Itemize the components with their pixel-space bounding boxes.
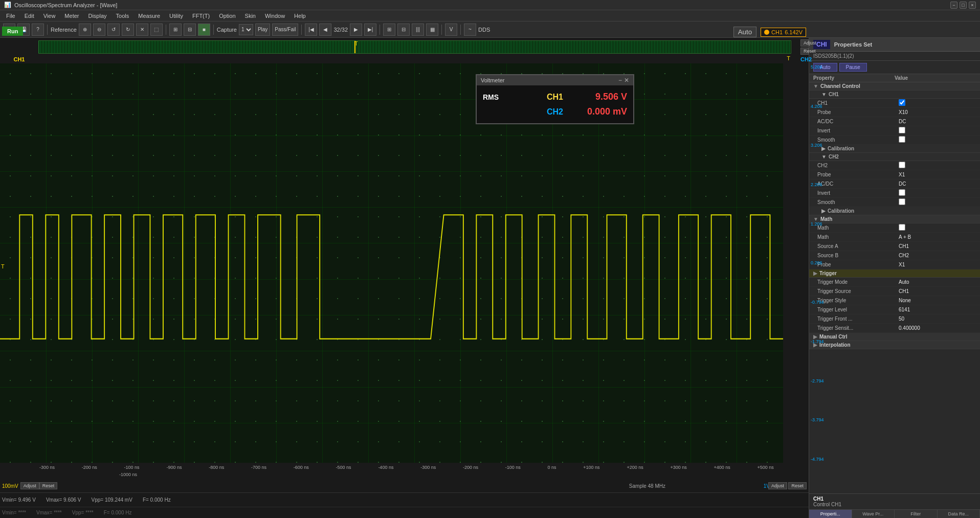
ch1-invert-checkbox[interactable] [899,127,905,133]
pause-button-panel[interactable]: Pause [839,63,867,72]
nav-next[interactable]: ▶ [350,24,362,36]
voltmeter-header: Voltmeter − ✕ [477,75,633,85]
adj-reset-top: Adjust Reset [800,39,809,55]
adjust-top-button[interactable]: Adjust [800,39,809,47]
menu-fft[interactable]: FFT(T) [188,12,214,20]
voltmeter-mode: RMS [483,93,528,101]
x-axis-extra: -1000 ns [38,472,775,479]
props-scroll-area[interactable]: ▼ Channel Control ▼ CH1 CH1 Probe X10 AC… [809,82,980,493]
view-btn2[interactable]: ⊟ [397,24,410,36]
menu-bar: File Edit View Meter Display Tools Measu… [0,10,980,21]
tab-properties[interactable]: Properti... [809,510,852,518]
ch1-scale-label: 100mV [0,483,18,489]
voltmeter-body: RMS CH1 9.506 V CH2 0.000 mV [477,85,633,123]
ref-btn3[interactable]: ↺ [107,24,120,36]
x-axis: -300 ns -200 ns -100 ns -900 ns -800 ns … [38,463,775,472]
ch2-header: CH2 [800,56,809,62]
ref-btn5[interactable]: ✕ [136,24,148,36]
grid-btn1[interactable]: ⊞ [169,24,182,36]
overview-bar: T [38,40,791,54]
view-btn1[interactable]: ⊞ [383,24,395,36]
t-marker-left: T [1,263,5,269]
y-axis-ch2: 5.206 4.206 3.206 2.206 1.206 0.206 -0.7… [809,63,834,463]
bottom-stats: Vmin= 9.496 V Vmax= 9.606 V Vpp= 109.244… [0,492,809,507]
math-checkbox[interactable] [899,224,905,231]
menu-option[interactable]: Option [215,12,239,20]
view-btn3[interactable]: ||| [412,24,424,36]
freq-label: F= 0.000 Hz [143,497,171,503]
menu-edit[interactable]: Edit [20,12,38,20]
voltmeter-title: Voltmeter [481,77,504,83]
pass-fail-button[interactable]: Pass/Fail [272,24,298,36]
reset-top-button[interactable]: Reset [800,48,809,55]
ch1-checkbox[interactable] [899,99,905,106]
ref-btn4[interactable]: ↻ [122,24,134,36]
signal-waveform [0,63,783,463]
oscilloscope-grid: T [0,63,783,463]
ref-btn1[interactable]: ⊕ [79,24,91,36]
nav-last[interactable]: ▶| [364,24,376,36]
tab-wave-pr[interactable]: Wave Pr... [852,510,895,518]
voltmeter-close[interactable]: ✕ [624,77,629,84]
menu-display[interactable]: Display [84,12,110,20]
print-button[interactable]: ? [32,24,44,36]
ch1-adjust-button[interactable]: Adjust [20,482,39,489]
separator7 [460,25,461,35]
ch2-smooth-value [895,198,976,206]
tab-data-re[interactable]: Data Re... [938,510,981,518]
menu-view[interactable]: View [39,12,60,20]
ch1-smooth-value [895,136,976,144]
auto-button[interactable]: Auto [733,27,756,37]
source-a-row: Source A CH1 [809,242,980,251]
ref-btn6[interactable]: ⬚ [150,24,163,36]
scope-btn[interactable]: V [445,24,457,36]
status-top-right: Auto CH1 6.142V [733,27,806,37]
nav-prev[interactable]: ◀ [319,24,331,36]
menu-meter[interactable]: Meter [60,12,83,20]
ch2-reset-button[interactable]: Reset [788,482,807,489]
ch2-enable-row: CH2 [809,161,980,170]
ch2-smooth-checkbox[interactable] [899,198,905,205]
close-button[interactable]: × [969,2,976,9]
ch2-acdc-value: DC [895,181,976,187]
nav-first[interactable]: |◀ [305,24,317,36]
freq2-label: F= 0.000 Hz [104,510,132,515]
window-controls[interactable]: − □ × [950,2,976,9]
ch1-reset-button[interactable]: Reset [39,482,58,489]
math-formula-row: Math A + B [809,233,980,242]
voltmeter-minimize[interactable]: − [618,77,622,84]
trigger-section: ▶ Trigger [809,269,980,278]
view-btn4[interactable]: ▦ [426,24,438,36]
menu-tools[interactable]: Tools [112,12,133,20]
tab-filter[interactable]: Filter [895,510,938,518]
ch2-checkbox[interactable] [899,162,905,168]
minimize-button[interactable]: − [950,2,957,9]
ref-btn2[interactable]: ⊖ [93,24,105,36]
props-ch1-info: CH1 Control CH1 [809,493,980,509]
trigger-sensit-value: 0.400000 [895,325,976,331]
dds-button[interactable]: ~ [464,24,476,36]
trigger-level-row: Trigger Level 6141 [809,305,980,314]
ch1-invert-value [895,127,976,134]
trigger-sensit-row: Trigger Sensit... 0.400000 [809,324,980,333]
auto-pause-row: Auto Pause [809,61,980,74]
ch1-smooth-checkbox[interactable] [899,136,905,143]
ch2-adjust-button[interactable]: Adjust [768,482,787,489]
math-probe-row: Probe X1 [809,260,980,269]
separator4 [301,25,302,35]
capture-select[interactable]: 1 [239,24,253,35]
menu-help[interactable]: Help [290,12,310,20]
menu-skin[interactable]: Skin [241,12,260,20]
play-button[interactable]: Play [255,24,270,36]
frame-counter: 32/32 [333,27,348,33]
ch2-invert-checkbox[interactable] [899,189,905,196]
run-button[interactable]: Run [2,27,23,36]
color-btn[interactable]: ■ [198,24,210,36]
menu-window[interactable]: Window [261,12,289,20]
menu-measure[interactable]: Measure [134,12,164,20]
maximize-button[interactable]: □ [960,2,967,9]
vmax2-label: Vmax= **** [36,510,62,515]
menu-utility[interactable]: Utility [165,12,187,20]
grid-btn2[interactable]: ⊟ [184,24,196,36]
menu-file[interactable]: File [2,12,19,20]
